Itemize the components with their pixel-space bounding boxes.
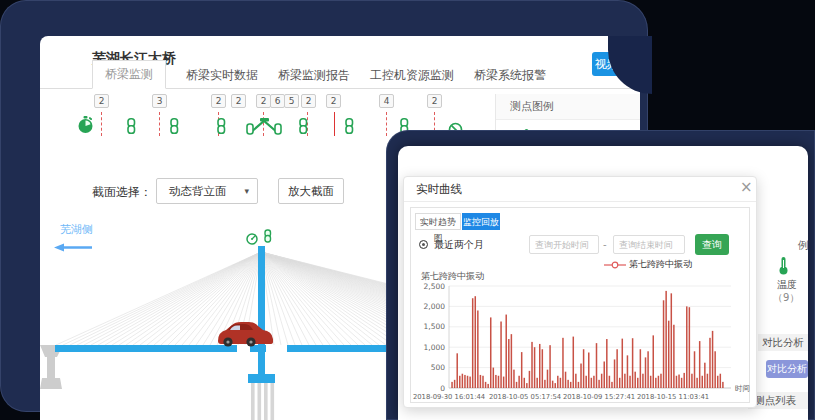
sensor-count-badge[interactable]: 2 (301, 94, 316, 108)
svg-text:时间: 时间 (735, 384, 750, 393)
series-legend[interactable]: 第七跨跨中振动 (604, 258, 692, 271)
svg-text:2018-09-30 16:01:44: 2018-09-30 16:01:44 (413, 393, 485, 401)
svg-text:0: 0 (440, 384, 445, 393)
range-separator: - (603, 239, 607, 250)
sensor-count-badge[interactable]: 2 (326, 94, 341, 108)
tab-realtime-data[interactable]: 桥梁实时数据 (186, 67, 258, 84)
sensor-count-badge[interactable]: 2 (256, 94, 271, 108)
tab-monitoring-report[interactable]: 桥梁监测报告 (278, 67, 350, 84)
sensor-count-badge[interactable]: 2 (211, 94, 226, 108)
bridge-crane-icon[interactable] (245, 116, 285, 140)
sensor-tick (334, 112, 335, 136)
dialog-header-divider (404, 201, 756, 202)
dialog-content-panel: 实时趋势图 监控回放 最近两个月 - 查询 第七跨跨中振动 第七跨跨中振动 05… (410, 207, 750, 403)
tower-pier (248, 374, 275, 420)
chevron-down-icon: ▾ (244, 179, 249, 203)
compare-section-header: 对比分析 (758, 334, 808, 351)
chain-link-icon[interactable] (168, 118, 180, 138)
svg-text:1,500: 1,500 (424, 322, 446, 331)
sensor-count-badge[interactable]: 6 (270, 94, 285, 108)
bg-legend-partial-text: 例 (798, 238, 808, 253)
realtime-curve-dialog: 实时曲线 × 实时趋势图 监控回放 最近两个月 - 查询 第七跨跨中振动 第七跨… (403, 176, 757, 408)
dialog-title: 实时曲线 (416, 182, 462, 197)
query-end-input[interactable] (613, 235, 685, 254)
legend-marker-icon (604, 261, 626, 269)
temperature-label: 温度 (777, 278, 797, 292)
recent-range-radio[interactable] (419, 240, 428, 249)
tab-ipc-resource[interactable]: 工控机资源监测 (370, 67, 454, 84)
section-select-value: 动态背立面 (169, 184, 227, 198)
close-icon[interactable]: × (740, 178, 753, 196)
recent-range-label: 最近两个月 (434, 238, 484, 252)
stage: 芜湖长江大桥 桥梁监测 桥梁实时数据 桥梁监测报告 工控机资源监测 桥梁系统报警… (0, 0, 815, 420)
chain-link-icon[interactable] (125, 118, 137, 138)
chain-link-icon[interactable] (215, 118, 227, 138)
sensor-count-badge[interactable]: 2 (94, 94, 109, 108)
deck-gap (237, 345, 250, 352)
sensor-tick (101, 112, 102, 136)
chain-link-icon[interactable] (297, 118, 309, 138)
svg-text:2018-10-05 05:17:54: 2018-10-05 05:17:54 (489, 393, 561, 401)
sensor-count-badge[interactable]: 4 (379, 94, 394, 108)
svg-text:2,500: 2,500 (424, 282, 446, 291)
bridge-tower (258, 246, 265, 374)
trend-chart: 05001,0001,5002,0002,5002018-09-30 16:01… (411, 280, 753, 404)
svg-text:2018-10-15 11:03:41: 2018-10-15 11:03:41 (637, 393, 709, 401)
tab-realtime-trend[interactable]: 实时趋势图 (415, 213, 461, 230)
svg-text:2,000: 2,000 (424, 302, 446, 311)
section-select-label: 截面选择： (92, 184, 152, 201)
deck-gap (266, 345, 287, 352)
chain-link-icon[interactable] (343, 118, 355, 138)
query-start-input[interactable] (529, 235, 599, 254)
sensor-count-badge[interactable]: 3 (152, 94, 167, 108)
svg-text:1,000: 1,000 (424, 343, 446, 352)
series-legend-label: 第七跨跨中振动 (629, 259, 692, 269)
sensor-tick (159, 112, 160, 136)
tower-sensor-icons[interactable] (247, 230, 271, 244)
svg-text:2018-10-09 15:27:41: 2018-10-09 15:27:41 (563, 393, 635, 401)
sensor-count-badge[interactable]: 2 (427, 94, 442, 108)
zoom-section-button[interactable]: 放大截面 (278, 178, 344, 204)
tab-monitor-playback[interactable]: 监控回放 (462, 213, 500, 230)
tab-bridge-monitoring[interactable]: 桥梁监测 (92, 60, 166, 89)
temperature-count: （9） (773, 291, 799, 305)
compare-analysis-button[interactable]: 对比分析 (766, 360, 808, 378)
sensor-count-badge[interactable]: 2 (231, 94, 246, 108)
legend-panel-title: 测点图例 (496, 94, 640, 120)
section-select[interactable]: 动态背立面 ▾ (156, 178, 258, 204)
thermometer-icon (778, 256, 789, 279)
sensor-tick (386, 112, 387, 136)
tab-system-alarm[interactable]: 桥梁系统报警 (474, 67, 546, 84)
points-list-header: 测点列表 (748, 392, 808, 409)
stopwatch-icon[interactable] (78, 116, 93, 138)
query-button[interactable]: 查询 (695, 234, 729, 255)
sensor-count-badge[interactable]: 5 (284, 94, 299, 108)
svg-text:500: 500 (431, 363, 446, 372)
